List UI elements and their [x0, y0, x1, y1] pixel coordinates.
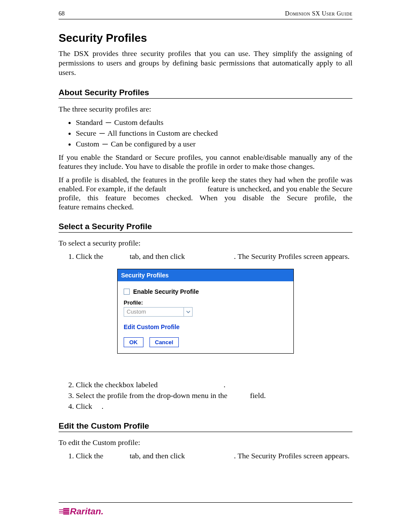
edit-custom-profile-link[interactable]: Edit Custom Profile: [124, 324, 287, 330]
page-header: 68 Dominion SX User Guide: [59, 10, 352, 19]
step-text: Click the tab, and then click . The Secu…: [76, 252, 349, 261]
step-text: Click the tab, and then click . The Secu…: [76, 451, 349, 460]
brand-glyph-icon: ≡≣: [59, 506, 69, 516]
section-title: Security Profiles: [59, 31, 352, 45]
profile-field-label: Profile:: [124, 299, 287, 306]
step-item: Click .: [76, 402, 352, 411]
about-heading: About Security Profiles: [59, 88, 352, 99]
about-para1: If you enable the Standard or Secure pro…: [59, 153, 352, 171]
profile-desc: Can be configured by a user: [111, 140, 196, 148]
page-number: 68: [59, 10, 65, 17]
step-item: Select the profile from the drop-down me…: [76, 391, 352, 400]
profiles-list: Standard ─ Custom defaults Secure ─ All …: [59, 118, 352, 149]
dash-icon: ─: [101, 140, 109, 149]
profile-desc: All functions in Custom are checked: [107, 129, 218, 137]
section-intro: The DSX provides three security profiles…: [59, 49, 352, 78]
cancel-button[interactable]: Cancel: [149, 337, 179, 347]
brand-text: Raritan.: [70, 506, 103, 516]
step-item: Click the checkbox labeled .: [76, 380, 352, 389]
list-item: Secure ─ All functions in Custom are che…: [76, 129, 352, 138]
brand-logo: ≡≣ Raritan.: [59, 506, 103, 516]
step-text: Select the profile from the drop-down me…: [76, 391, 266, 400]
select-lead: To select a security profile:: [59, 239, 352, 248]
edit-lead: To edit the Custom profile:: [59, 438, 352, 447]
profile-desc: Custom defaults: [114, 118, 163, 127]
edit-steps: Click the tab, and then click . The Secu…: [59, 451, 352, 460]
enable-profile-label: Enable Security Profile: [133, 288, 199, 295]
about-lead: The three security profiles are:: [59, 105, 352, 114]
step-text: Click the checkbox labeled .: [76, 380, 226, 389]
select-heading: Select a Security Profile: [59, 222, 352, 233]
dash-icon: ─: [105, 118, 112, 127]
page-footer: ≡≣ Raritan.: [59, 502, 352, 516]
enable-profile-checkbox[interactable]: [124, 289, 130, 295]
step-item: Click the tab, and then click . The Secu…: [76, 252, 352, 261]
chevron-down-icon[interactable]: [184, 308, 192, 316]
list-item: Standard ─ Custom defaults: [76, 118, 352, 127]
ok-button[interactable]: OK: [124, 337, 143, 347]
step-text: Click .: [76, 402, 103, 411]
profile-name: Secure: [76, 129, 97, 137]
select-steps-cont: Click the checkbox labeled . Select the …: [59, 380, 352, 411]
profile-dropdown-value: Custom: [124, 308, 184, 316]
edit-heading: Edit the Custom Profile: [59, 421, 352, 432]
profile-name: Standard: [76, 118, 103, 127]
panel-title: Security Profiles: [118, 269, 293, 281]
about-para2: If a profile is disabled, the features i…: [59, 175, 352, 212]
security-profiles-panel: Security Profiles Enable Security Profil…: [117, 269, 294, 354]
guide-title: Dominion SX User Guide: [285, 10, 352, 17]
step-item: Click the tab, and then click . The Secu…: [76, 451, 352, 460]
dash-icon: ─: [98, 129, 106, 138]
profile-name: Custom: [76, 140, 99, 148]
select-steps: Click the tab, and then click . The Secu…: [59, 252, 352, 261]
profile-dropdown[interactable]: Custom: [124, 307, 193, 317]
list-item: Custom ─ Can be configured by a user: [76, 140, 352, 149]
